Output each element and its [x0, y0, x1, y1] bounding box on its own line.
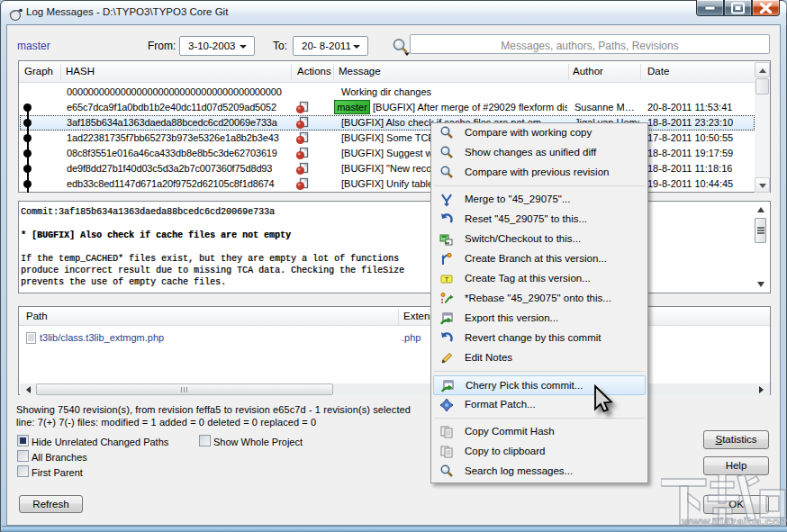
svg-text:T: T [445, 275, 449, 284]
